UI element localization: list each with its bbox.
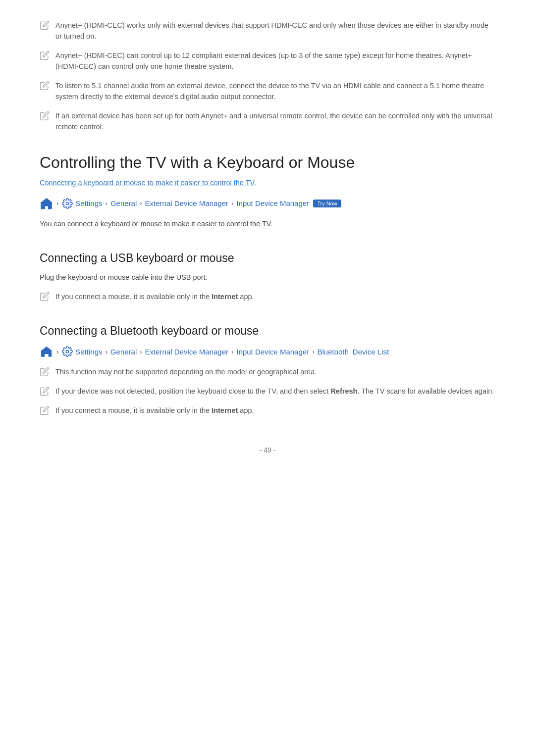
nav-arrow-bt-2: ›: [106, 348, 107, 355]
try-now-badge[interactable]: Try Now: [313, 200, 341, 207]
bt-note-text-1: This function may not be supported depen…: [55, 366, 317, 377]
internet-bold-bt: Internet: [212, 406, 238, 414]
refresh-bold: Refresh: [330, 387, 357, 395]
bt-note-text-3: If you connect a mouse, it is available …: [55, 405, 254, 416]
bt-note-text-2: If your device was not detected, positio…: [55, 386, 494, 397]
note-text-2: Anynet+ (HDMI-CEC) can control up to 12 …: [55, 50, 495, 72]
nav-arrow-3: ›: [140, 200, 142, 207]
nav-general-label-2[interactable]: General: [110, 348, 137, 356]
home-icon-2: [40, 345, 54, 358]
home-icon: [40, 197, 54, 210]
pencil-icon-1: [40, 20, 51, 31]
nav-input-device-manager-2[interactable]: Input Device Manager: [236, 348, 309, 356]
bt-note-item-1: This function may not be supported depen…: [40, 366, 495, 378]
nav-path-2: › Settings › General › External Device M…: [40, 345, 495, 358]
note-text-3: To listen to 5.1 channel audio from an e…: [55, 80, 495, 102]
pencil-icon-bt-2: [40, 386, 51, 397]
settings-icon-2: [61, 346, 73, 357]
top-notes-section: Anynet+ (HDMI-CEC) works only with exter…: [40, 20, 495, 133]
nav-arrow-bt-3: ›: [140, 348, 142, 355]
pencil-icon-usb: [40, 292, 51, 302]
nav-external-device-manager-2[interactable]: External Device Manager: [145, 348, 228, 356]
settings-icon-1: [61, 198, 73, 209]
pencil-icon-4: [40, 111, 51, 122]
nav-settings-label-1[interactable]: Settings: [75, 199, 102, 207]
nav-external-device-manager-1[interactable]: External Device Manager: [145, 199, 228, 207]
note-text-4: If an external device has been set up fo…: [55, 110, 495, 133]
main-section-title: Controlling the TV with a Keyboard or Mo…: [40, 152, 495, 172]
nav-arrow-4: ›: [231, 200, 233, 207]
main-body-text: You can connect a keyboard or mouse to m…: [40, 218, 495, 230]
internet-bold-usb: Internet: [212, 293, 238, 301]
svg-point-1: [66, 350, 69, 353]
nav-arrow-1: ›: [56, 200, 58, 207]
nav-arrow-bt-5: ›: [312, 348, 314, 355]
usb-note-text: If you connect a mouse, it is available …: [55, 291, 254, 302]
pencil-icon-bt-1: [40, 367, 51, 378]
nav-device-list-label[interactable]: Device List: [353, 348, 389, 356]
pencil-icon-bt-3: [40, 405, 51, 416]
main-section-subtitle: Connecting a keyboard or mouse to make i…: [40, 179, 256, 187]
svg-point-0: [66, 202, 69, 205]
nav-input-device-manager-1[interactable]: Input Device Manager: [236, 199, 309, 207]
nav-bluetooth-label[interactable]: Bluetooth: [317, 348, 348, 356]
nav-settings-label-2[interactable]: Settings: [75, 348, 102, 356]
bt-note-item-2: If your device was not detected, positio…: [40, 386, 495, 397]
note-item-4: If an external device has been set up fo…: [40, 110, 495, 133]
page-number: - 49 -: [40, 446, 495, 454]
usb-note-item: If you connect a mouse, it is available …: [40, 291, 495, 302]
nav-arrow-bt-4: ›: [231, 348, 233, 355]
note-item-2: Anynet+ (HDMI-CEC) can control up to 12 …: [40, 50, 495, 72]
note-text-1: Anynet+ (HDMI-CEC) works only with exter…: [55, 20, 495, 42]
usb-section-title: Connecting a USB keyboard or mouse: [40, 252, 495, 265]
note-item-1: Anynet+ (HDMI-CEC) works only with exter…: [40, 20, 495, 42]
nav-path-1: › Settings › General › External Device M…: [40, 197, 495, 210]
nav-arrow-2: ›: [106, 200, 107, 207]
note-item-3: To listen to 5.1 channel audio from an e…: [40, 80, 495, 102]
pencil-icon-3: [40, 81, 51, 92]
bt-note-item-3: If you connect a mouse, it is available …: [40, 405, 495, 416]
nav-general-label-1[interactable]: General: [110, 199, 137, 207]
pencil-icon-2: [40, 50, 51, 61]
bluetooth-section-title: Connecting a Bluetooth keyboard or mouse: [40, 324, 495, 338]
usb-body-text: Plug the keyboard or mouse cable into th…: [40, 272, 495, 283]
nav-arrow-bt-1: ›: [56, 348, 58, 355]
